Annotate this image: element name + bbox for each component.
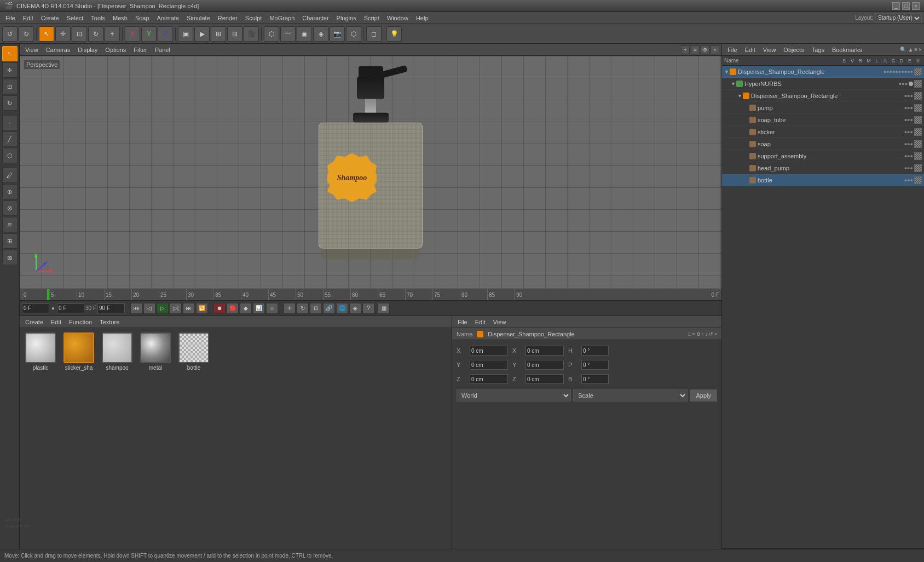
menu-simulate[interactable]: Simulate <box>183 14 213 22</box>
coord-rotate-btn[interactable]: ↻ <box>297 303 309 314</box>
filter-menu[interactable]: Filter <box>130 46 150 54</box>
prop-z2-input[interactable] <box>525 374 564 384</box>
material-btn[interactable]: ◻ <box>366 26 382 42</box>
props-btn-1[interactable]: □ <box>688 331 691 337</box>
menu-plugins[interactable]: Plugins <box>333 14 360 22</box>
go-end-btn[interactable]: ⏭ <box>183 303 195 314</box>
menu-character[interactable]: Character <box>299 14 332 22</box>
cameras-menu[interactable]: Cameras <box>43 46 74 54</box>
menu-edit[interactable]: Edit <box>20 14 37 22</box>
obj-mgr-view-btn[interactable]: View <box>490 318 510 326</box>
props-btn-4[interactable]: ↑ <box>702 331 704 337</box>
prop-z-input[interactable] <box>470 374 508 384</box>
tool-rotate[interactable]: ↻ <box>2 95 18 111</box>
dopesheet-btn[interactable]: ▦ <box>378 303 390 314</box>
menu-file[interactable]: File <box>2 14 19 22</box>
viewport-fullscreen-btn[interactable]: + <box>681 45 690 54</box>
props-btn-6[interactable]: ↺ <box>709 331 713 337</box>
view-menu[interactable]: View <box>22 46 42 54</box>
props-btn-5[interactable]: ↓ <box>705 331 708 337</box>
scene-hdr-btn4[interactable]: × <box>919 47 922 53</box>
redo-btn[interactable]: ↻ <box>19 26 34 42</box>
menu-mograph[interactable]: MoGraph <box>266 14 298 22</box>
viewport-settings-btn[interactable]: ⚙ <box>701 45 709 54</box>
display-menu[interactable]: Display <box>74 46 101 54</box>
prop-h-input[interactable] <box>581 346 609 355</box>
tool-move[interactable]: ✛ <box>2 62 18 78</box>
tree-item-sticker[interactable]: ▶ sticker ●●● <box>722 126 924 138</box>
material-sticker[interactable]: sticker_sha <box>62 332 95 371</box>
coord-move-btn[interactable]: ✛ <box>284 303 296 314</box>
obj-mgr-edit-btn[interactable]: Edit <box>472 318 489 326</box>
scene-bookmarks-btn[interactable]: Bookmarks <box>829 46 865 54</box>
tool-magnet[interactable]: ⊕ <box>2 184 18 199</box>
anim-btn[interactable]: ▶ <box>194 26 210 42</box>
viewport-close-btn[interactable]: × <box>711 45 719 54</box>
frame-sel-btn[interactable]: ⊟ <box>227 26 242 42</box>
render-preview-btn[interactable]: 🎥 <box>244 26 259 42</box>
menu-create[interactable]: Create <box>38 14 62 22</box>
menu-script[interactable]: Script <box>361 14 383 22</box>
viewport-render-btn[interactable]: ≡ <box>691 45 700 54</box>
move-btn[interactable]: ✛ <box>55 26 71 42</box>
prop-p-input[interactable] <box>581 360 609 370</box>
step-back-btn[interactable]: ◁ <box>143 303 155 314</box>
menu-window[interactable]: Window <box>384 14 412 22</box>
tree-item-dispenser-root[interactable]: ▼ Dispenser_Shampoo_Rectangle ●●●●●●●●●● <box>722 66 924 78</box>
coord-link-btn[interactable]: 🔗 <box>323 303 335 314</box>
prop-x-input[interactable] <box>470 346 508 355</box>
start-frame-input[interactable] <box>57 303 84 313</box>
coord-obj-btn[interactable]: ◈ <box>349 303 361 314</box>
scale-btn[interactable]: ⊡ <box>72 26 87 42</box>
tool-mirror[interactable]: ⊠ <box>2 250 18 265</box>
tool-extrude[interactable]: ⊞ <box>2 233 18 249</box>
props-btn-2[interactable]: ≡ <box>692 331 695 337</box>
motion-btn[interactable]: 📊 <box>253 303 265 314</box>
coord-world-btn[interactable]: 🌐 <box>336 303 348 314</box>
x-axis-btn[interactable]: X <box>125 26 140 42</box>
undo-btn[interactable]: ↺ <box>2 26 18 42</box>
add-btn[interactable]: + <box>105 26 120 42</box>
tree-item-headpump[interactable]: ▶ head_pump ●●● <box>722 162 924 174</box>
transform-select[interactable]: Scale Move Rotate <box>573 389 688 402</box>
3d-viewport[interactable]: Perspective Shampoo <box>20 56 721 289</box>
scene-objects-btn[interactable]: Objects <box>780 46 807 54</box>
play-btn[interactable]: ▷ <box>157 303 169 314</box>
menu-tools[interactable]: Tools <box>88 14 108 22</box>
scene-edit-btn[interactable]: Edit <box>742 46 759 54</box>
auto-key-btn[interactable]: 🔴 <box>227 303 239 314</box>
rotate-btn[interactable]: ↻ <box>88 26 103 42</box>
prop-y2-input[interactable] <box>525 360 564 370</box>
mat-texture-btn[interactable]: Texture <box>96 318 123 326</box>
key-btn[interactable]: ◆ <box>240 303 252 314</box>
minimize-btn[interactable]: _ <box>892 2 900 10</box>
step-fwd-btn[interactable]: ▷| <box>170 303 182 314</box>
tool-edges[interactable]: ╱ <box>2 131 18 147</box>
prop-b-input[interactable] <box>581 374 609 384</box>
timeline-ruler[interactable]: 0 5 10 15 20 25 30 35 40 45 50 55 60 65 … <box>20 289 721 301</box>
options-menu[interactable]: Options <box>102 46 129 54</box>
scene-file-btn[interactable]: File <box>724 46 741 54</box>
scene-tags-btn[interactable]: Tags <box>809 46 828 54</box>
go-start-btn[interactable]: ⏮ <box>130 303 142 314</box>
maximize-btn[interactable]: □ <box>902 2 910 10</box>
menu-mesh[interactable]: Mesh <box>109 14 131 22</box>
obj-mgr-file-btn[interactable]: File <box>454 318 471 326</box>
coord-scale-btn[interactable]: ⊡ <box>310 303 322 314</box>
loop-btn[interactable]: 🔁 <box>196 303 208 314</box>
tree-item-pump[interactable]: ▶ pump ●●● <box>722 102 924 114</box>
frame-all-btn[interactable]: ⊞ <box>211 26 226 42</box>
menu-animate[interactable]: Animate <box>154 14 182 22</box>
tree-item-dispenser-child[interactable]: ▼ Dispenser_Shampoo_Rectangle ●●● <box>722 90 924 102</box>
layout-selector[interactable]: Startup (User) <box>875 13 922 23</box>
prop-x2-input[interactable] <box>525 346 564 355</box>
tree-item-soap-tube[interactable]: ▶ soap_tube ●●● <box>722 114 924 126</box>
camera-btn[interactable]: 📷 <box>330 26 345 42</box>
material-shampoo[interactable]: shampoo <box>101 332 134 371</box>
tool-scale[interactable]: ⊡ <box>2 79 18 94</box>
tree-item-hypernurbs[interactable]: ▼ HyperNURBS ●●● <box>722 78 924 90</box>
coord-help-btn[interactable]: ? <box>362 303 374 314</box>
scene-view-btn[interactable]: View <box>760 46 779 54</box>
nurbs-btn[interactable]: ◉ <box>297 26 312 42</box>
menu-select[interactable]: Select <box>63 14 87 22</box>
